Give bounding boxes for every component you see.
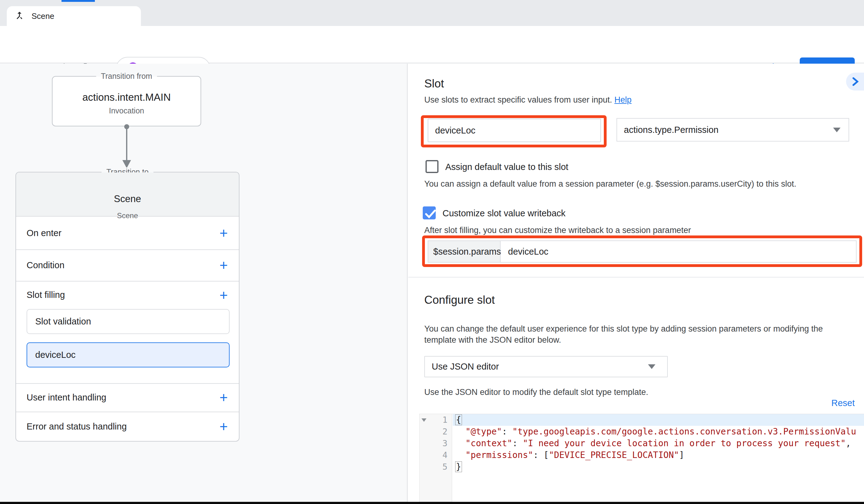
tab-bar: Scene <box>0 0 864 26</box>
tab-scroll-indicator <box>61 0 95 2</box>
configure-description: You can change the default user experien… <box>424 323 846 346</box>
customize-writeback-description: After slot filling, you can customize th… <box>424 226 691 235</box>
writeback-prefix: $session.params. <box>428 241 501 262</box>
assign-default-description: You can assign a default value from a se… <box>424 179 796 189</box>
editor-line-number: 1 <box>420 414 452 426</box>
code-token: : <box>502 427 512 437</box>
code-token <box>455 450 466 460</box>
header: Scene English Cancel Save <box>0 26 864 63</box>
slot-type-select[interactable]: actions.type.Permission <box>616 118 849 142</box>
assign-default-label: Assign default value to this slot <box>445 162 568 172</box>
editor-hint: Use the JSON editor to modify the defaul… <box>424 387 648 397</box>
code-token: , <box>846 438 851 448</box>
row-on-enter-label: On enter <box>27 228 61 238</box>
flow-connector-line <box>126 127 127 160</box>
editor-code-line[interactable]: "@type": "type.googleapis.com/google.act… <box>453 426 864 437</box>
slot-type-value: actions.type.Permission <box>624 125 718 135</box>
transition-from-node[interactable]: Transition from actions.intent.MAIN Invo… <box>52 76 201 127</box>
code-token: : <box>512 438 523 448</box>
editor-code-line[interactable]: } <box>453 461 864 473</box>
bottom-window-edge <box>0 502 864 504</box>
reset-link[interactable]: Reset <box>831 398 855 408</box>
slot-description-text: Use slots to extract specific values fro… <box>424 95 612 105</box>
json-editor[interactable]: 12345 { "@type": "type.googleapis.com/go… <box>419 414 864 502</box>
writeback-value-input[interactable] <box>501 241 856 262</box>
code-token: } <box>455 461 462 472</box>
code-token <box>455 438 466 448</box>
add-condition-button[interactable]: + <box>219 258 228 272</box>
help-link[interactable]: Help <box>614 95 632 105</box>
editor-line-number: 5 <box>420 461 452 473</box>
row-condition-label: Condition <box>27 260 64 271</box>
slot-detail-pane: Slot Use slots to extract specific value… <box>408 64 864 502</box>
intent-name: actions.intent.MAIN <box>52 92 201 103</box>
editor-code-line[interactable]: "context": "I need your device location … <box>453 437 864 449</box>
scene-merge-icon <box>14 10 25 22</box>
transition-from-legend: Transition from <box>96 72 157 81</box>
row-user-intent-label: User intent handling <box>27 393 106 403</box>
editor-mode-select[interactable]: Use JSON editor <box>424 356 668 377</box>
editor-mode-value: Use JSON editor <box>432 362 499 372</box>
row-slot-filling[interactable]: Slot filling + <box>16 281 239 309</box>
scene-node-header[interactable]: Scene Scene <box>16 172 239 217</box>
writeback-field: $session.params. <box>428 240 856 263</box>
code-token: "I need your device location in order to… <box>523 438 846 448</box>
add-error-status-button[interactable]: + <box>219 419 228 434</box>
editor-code-line[interactable]: "permissions": ["DEVICE_PRECISE_LOCATION… <box>453 449 864 461</box>
code-token: "permissions" <box>465 450 533 460</box>
add-user-intent-button[interactable]: + <box>219 390 228 405</box>
editor-line-number: 4 <box>420 449 452 461</box>
row-condition[interactable]: Condition + <box>16 249 239 281</box>
row-on-enter[interactable]: On enter + <box>16 217 239 249</box>
configure-slot-heading: Configure slot <box>424 293 495 307</box>
scene-flow-pane: Transition from actions.intent.MAIN Invo… <box>0 64 408 502</box>
assign-default-checkbox[interactable] <box>425 160 439 173</box>
editor-gutter: 12345 <box>420 414 452 502</box>
code-token: "DEVICE_PRECISE_LOCATION" <box>549 450 679 460</box>
tab-scene-label: Scene <box>32 11 55 21</box>
row-error-status-label: Error and status handling <box>27 421 127 432</box>
transition-to-card: Transition to Scene Scene On enter + Con… <box>15 172 239 442</box>
add-on-enter-button[interactable]: + <box>219 226 228 240</box>
code-token: { <box>455 415 462 425</box>
slot-heading: Slot <box>424 77 444 90</box>
editor-line-number: 3 <box>420 437 452 449</box>
deviceloc-slot-label: deviceLoc <box>35 350 76 360</box>
customize-writeback-checkbox[interactable] <box>423 206 436 219</box>
add-slot-button[interactable]: + <box>219 288 228 302</box>
code-token: "context" <box>465 438 512 448</box>
code-token: : [ <box>533 450 549 460</box>
code-token: "@type" <box>465 427 502 437</box>
caret-down-icon <box>833 128 841 132</box>
slot-name-input[interactable] <box>428 119 601 142</box>
collapse-panel-button[interactable] <box>846 73 864 91</box>
writeback-annotation: $session.params. <box>422 236 862 267</box>
slot-description: Use slots to extract specific values fro… <box>424 95 632 105</box>
row-slot-filling-label: Slot filling <box>27 290 65 300</box>
scene-editor-screen: Scene Scene English Cancel Save Transiti… <box>0 0 864 504</box>
section-divider <box>408 277 864 277</box>
scene-node-title: Scene <box>16 193 239 205</box>
row-error-status-handling[interactable]: Error and status handling + <box>16 412 239 441</box>
deviceloc-slot-card[interactable]: deviceLoc <box>27 343 230 368</box>
fold-triangle-icon[interactable] <box>421 418 427 422</box>
slot-name-annotation <box>421 115 607 147</box>
code-token: ] <box>679 450 684 460</box>
caret-down-icon <box>648 364 656 369</box>
code-token <box>455 427 466 437</box>
customize-writeback-label: Customize slot value writeback <box>443 208 565 218</box>
slot-validation-label: Slot validation <box>35 316 91 327</box>
tab-scene[interactable]: Scene <box>7 6 141 26</box>
code-token: "type.googleapis.com/google.actions.conv… <box>512 427 856 437</box>
editor-line-number: 2 <box>420 426 452 437</box>
editor-code-line[interactable]: { <box>453 414 864 426</box>
row-user-intent-handling[interactable]: User intent handling + <box>16 383 239 412</box>
editor-code-area[interactable]: { "@type": "type.googleapis.com/google.a… <box>453 414 864 502</box>
intent-kind: Invocation <box>52 106 201 115</box>
flow-arrow-icon <box>122 160 131 168</box>
slot-validation-card[interactable]: Slot validation <box>27 309 230 334</box>
